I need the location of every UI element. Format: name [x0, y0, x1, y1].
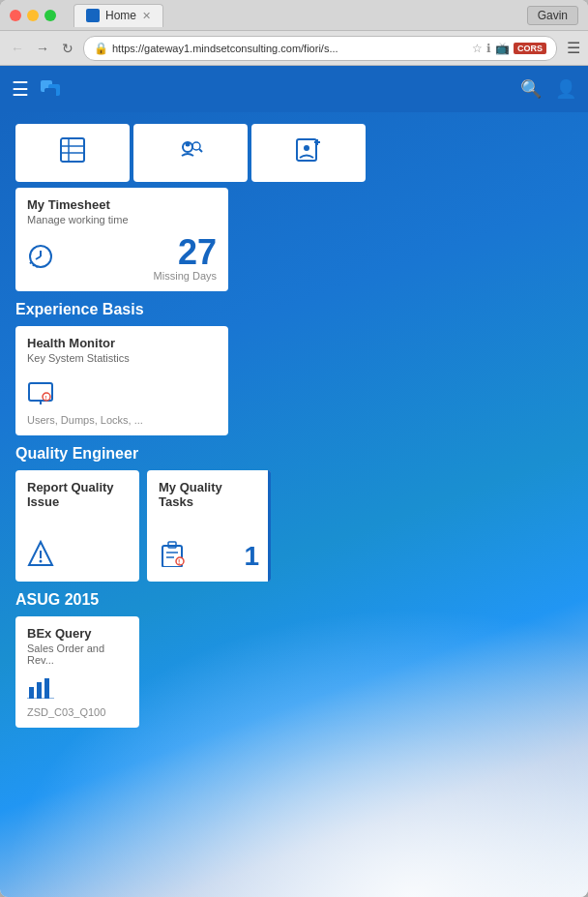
svg-point-9 — [192, 142, 200, 150]
info-icon[interactable]: ℹ — [486, 42, 491, 55]
tab-area: Home ✕ — [74, 4, 521, 27]
health-monitor-subtitle: Key System Statistics — [27, 352, 217, 364]
svg-rect-3 — [61, 138, 84, 162]
quality-tasks-title: My Quality Tasks — [159, 480, 259, 509]
quality-engineer-label: Quality Engineer — [15, 445, 573, 463]
bex-query-footer: ZSD_C03_Q100 — [27, 706, 128, 718]
svg-text:!: ! — [178, 558, 180, 565]
app-logo — [39, 75, 68, 104]
svg-line-17 — [36, 256, 41, 259]
my-timesheet-tile[interactable]: My Timesheet Manage working time 27 Miss… — [15, 188, 228, 291]
cors-badge: CORS — [514, 43, 546, 54]
svg-point-8 — [186, 141, 191, 146]
user-icon[interactable]: 👤 — [555, 78, 576, 100]
top-tiles-row — [15, 124, 573, 182]
bookmark-icon[interactable]: ☆ — [472, 42, 483, 55]
health-monitor-footer: Users, Dumps, Locks, ... — [27, 414, 217, 426]
quality-tasks-count: 1 — [244, 541, 259, 572]
title-bar: Home ✕ Gavin — [0, 0, 588, 31]
browser-menu-icon[interactable]: ☰ — [567, 39, 580, 57]
tile-user-add[interactable] — [251, 124, 366, 182]
svg-rect-2 — [44, 88, 56, 100]
user-profile-button[interactable]: Gavin — [527, 6, 578, 25]
experience-basis-tiles: Health Monitor Key System Statistics ! U… — [15, 326, 573, 435]
hamburger-menu-icon[interactable]: ☰ — [12, 77, 29, 101]
browser-frame: Home ✕ Gavin ← → ↻ 🔒 https://gateway1.mi… — [0, 0, 588, 897]
header-right: 🔍 👤 — [520, 78, 576, 100]
back-button[interactable]: ← — [8, 39, 27, 58]
svg-point-25 — [40, 560, 43, 563]
address-bar: ← → ↻ 🔒 https://gateway1.mindsetconsulti… — [0, 31, 588, 66]
forward-button[interactable]: → — [33, 39, 52, 58]
svg-line-10 — [199, 149, 202, 152]
system-icon: ! — [27, 379, 217, 410]
chart-icon — [27, 677, 128, 703]
quality-engineer-tiles: Report Quality Issue My Quality Tasks — [15, 470, 573, 582]
cast-icon[interactable]: 📺 — [495, 42, 510, 55]
svg-rect-32 — [29, 687, 34, 699]
bex-query-title: BEx Query — [27, 626, 128, 641]
user-search-icon — [177, 136, 204, 170]
tile-spreadsheet[interactable] — [15, 124, 130, 182]
missing-days-count: 27 — [154, 235, 217, 270]
bex-query-tile[interactable]: BEx Query Sales Order and Rev... ZSD_C03… — [15, 616, 139, 728]
active-tab[interactable]: Home ✕ — [74, 4, 163, 27]
user-add-icon — [295, 136, 322, 170]
header-left: ☰ — [12, 75, 68, 104]
tile-user-search[interactable] — [133, 124, 248, 182]
report-quality-issue-tile[interactable]: Report Quality Issue — [15, 470, 139, 582]
timesheet-subtitle: Manage working time — [27, 214, 217, 225]
spreadsheet-icon — [59, 136, 86, 170]
timesheet-title: My Timesheet — [27, 197, 217, 212]
lock-icon: 🔒 — [94, 42, 108, 55]
svg-rect-33 — [37, 682, 42, 699]
svg-point-12 — [304, 145, 309, 151]
asug-tiles: BEx Query Sales Order and Rev... ZSD_C03… — [15, 616, 573, 728]
svg-text:!: ! — [45, 395, 47, 401]
bex-query-subtitle: Sales Order and Rev... — [27, 643, 128, 666]
experience-basis-label: Experience Basis — [15, 301, 573, 318]
health-monitor-title: Health Monitor — [27, 336, 217, 350]
tab-close-button[interactable]: ✕ — [142, 10, 151, 22]
health-monitor-tile[interactable]: Health Monitor Key System Statistics ! U… — [15, 326, 228, 435]
my-quality-tasks-tile[interactable]: My Quality Tasks ! 1 — [147, 470, 271, 582]
main-content: My Timesheet Manage working time 27 Miss… — [0, 112, 588, 897]
tab-title: Home — [105, 9, 136, 22]
tile-indicator — [268, 470, 271, 582]
reload-button[interactable]: ↻ — [58, 39, 77, 58]
svg-rect-34 — [44, 678, 49, 699]
close-button[interactable] — [10, 10, 21, 21]
maximize-button[interactable] — [44, 10, 56, 21]
missing-days-label: Missing Days — [154, 270, 217, 282]
app-header: ☰ 🔍 👤 — [0, 66, 588, 112]
asug-2015-label: ASUG 2015 — [15, 591, 573, 609]
minimize-button[interactable] — [27, 10, 39, 21]
warning-icon — [27, 540, 128, 571]
tab-favicon — [86, 9, 100, 22]
clock-icon — [27, 243, 54, 274]
report-quality-title: Report Quality Issue — [27, 480, 128, 509]
url-text: https://gateway1.mindsetconsulting.com/f… — [112, 43, 468, 54]
search-icon[interactable]: 🔍 — [520, 78, 542, 100]
url-bar[interactable]: 🔒 https://gateway1.mindsetconsulting.com… — [83, 36, 557, 61]
